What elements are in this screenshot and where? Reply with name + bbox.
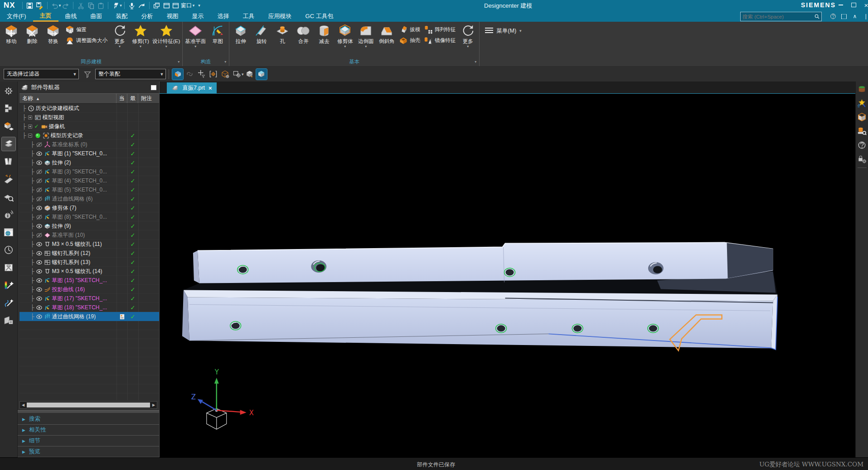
rail-utilities-button[interactable] xyxy=(857,125,868,136)
tree-row[interactable]: ├✓摄像机 xyxy=(19,122,159,131)
menu-item-视图[interactable]: 视图 xyxy=(160,11,185,22)
tree-row[interactable]: ├草图 (18) "SKETCH_...✓ xyxy=(19,303,159,312)
region-select-button[interactable] xyxy=(231,69,242,80)
help-icon[interactable] xyxy=(829,12,838,21)
section-预览[interactable]: ▶预览 xyxy=(18,446,159,457)
tab-part[interactable]: 直振7.prt × xyxy=(167,82,217,93)
scroll-left-icon[interactable]: ◀ xyxy=(20,402,26,408)
expand-icon[interactable] xyxy=(28,115,33,120)
ribbon-button-替换[interactable]: 替换 xyxy=(43,23,63,45)
menu-item-GC 工具包[interactable]: GC 工具包 xyxy=(299,11,340,22)
visible-eye-icon[interactable] xyxy=(36,286,43,293)
visible-eye-icon[interactable] xyxy=(36,150,43,157)
3d-viewport[interactable]: Y X Z xyxy=(160,93,855,457)
hidden-eye-icon[interactable] xyxy=(36,168,43,175)
tree-row-name[interactable]: ├螺钉孔系列 (13) xyxy=(19,258,116,267)
visible-eye-icon[interactable] xyxy=(36,313,43,320)
ribbon-button-抽壳[interactable]: 抽壳 xyxy=(397,35,422,46)
ribbon-button-移动[interactable]: 移动 xyxy=(1,23,22,45)
column-current[interactable]: 当 xyxy=(116,94,127,103)
ribbon-button-拉伸[interactable]: 拉伸 xyxy=(230,23,251,45)
rail-history-palette-button[interactable] xyxy=(2,243,15,257)
tree-row-name[interactable]: ├✓摄像机 xyxy=(19,122,116,131)
tree-row-name[interactable]: ├拉伸 (2) xyxy=(19,158,116,167)
tree-row-name[interactable]: ├草图 (1) "SKETCH_0... xyxy=(19,149,116,158)
hidden-eye-icon[interactable] xyxy=(36,177,43,184)
tree-row[interactable]: ├通过曲线网格 (19)✓ xyxy=(19,312,159,321)
tree-row-name[interactable]: ├M3 × 0.5 螺纹孔 (11) xyxy=(19,240,116,249)
tree-row-name[interactable]: ├通过曲线网格 (19) xyxy=(19,312,116,321)
panel-dock-button[interactable] xyxy=(151,85,156,90)
rail-settings-button[interactable] xyxy=(2,84,15,98)
save-as-button[interactable] xyxy=(35,1,45,10)
scrollbar-thumb[interactable] xyxy=(27,403,150,408)
minimize-ribbon-icon[interactable]: ∧ xyxy=(850,12,859,21)
selection-chain-button[interactable] xyxy=(184,69,195,80)
minimize-button[interactable] xyxy=(835,0,847,10)
ribbon-button-调整圆角大小[interactable]: 调整圆角大小 xyxy=(63,35,109,46)
menu-item-曲线[interactable]: 曲线 xyxy=(58,11,84,22)
ribbon-group-label[interactable]: 基本▾ xyxy=(230,58,478,66)
menu-item-应用模块[interactable]: 应用模块 xyxy=(262,11,299,22)
visible-eye-icon[interactable] xyxy=(36,241,43,248)
section-细节[interactable]: ▶细节 xyxy=(18,436,159,446)
tree-row-name[interactable]: ├历史记录建模模式 xyxy=(19,104,116,113)
visible-eye-icon[interactable] xyxy=(36,259,43,266)
selection-scope-dropdown[interactable]: 整个装配 ▼ xyxy=(95,69,166,79)
ribbon-button-设计特征(E)[interactable]: 设计特征(E)▾ xyxy=(151,23,181,49)
ribbon-button-合并[interactable]: 合并 xyxy=(293,23,314,45)
tree-row-name[interactable]: ├修剪体 (7) xyxy=(19,203,116,212)
window-menu[interactable]: 窗口 ▾ xyxy=(172,2,195,10)
move-filter-button[interactable] xyxy=(196,69,207,80)
visible-eye-icon[interactable] xyxy=(36,277,43,284)
tree-row-name[interactable]: ├模型历史记录 xyxy=(19,131,116,140)
tree-row[interactable]: ├投影曲线 (16)✓ xyxy=(19,285,159,294)
tree-row[interactable]: ├草图 (4) "SKETCH_0...✓ xyxy=(19,176,159,185)
visible-eye-icon[interactable] xyxy=(36,268,43,275)
rail-measure-tools-button[interactable] xyxy=(2,173,15,186)
ribbon-button-偏置[interactable]: 偏置 xyxy=(63,24,109,35)
tree-row[interactable]: ├通过曲线网格 (6)✓ xyxy=(19,194,159,203)
tab-close-icon[interactable]: × xyxy=(209,85,212,91)
tree-row-name[interactable]: ├草图 (8) "SKETCH_0... xyxy=(19,212,116,221)
visible-eye-icon[interactable] xyxy=(36,159,43,166)
expand-icon[interactable] xyxy=(28,124,33,129)
menu-item-工具[interactable]: 工具 xyxy=(236,11,262,22)
tree-row[interactable]: ├草图 (8) "SKETCH_0...✓ xyxy=(19,212,159,221)
ribbon-button-镜像特征[interactable]: 镜像特征 xyxy=(422,35,457,46)
copy-button[interactable] xyxy=(86,1,96,10)
group-select-button[interactable] xyxy=(208,69,218,80)
rail-process-tools-button[interactable] xyxy=(2,261,15,274)
visible-eye-icon[interactable] xyxy=(36,223,43,230)
column-latest[interactable]: 最 xyxy=(127,94,138,103)
tree-row-name[interactable]: ├拉伸 (9) xyxy=(19,221,116,230)
rail-visual-effects-button[interactable] xyxy=(2,278,15,292)
rail-roles-button[interactable] xyxy=(857,83,868,94)
tree-row-name[interactable]: ├模型视图 xyxy=(19,113,116,122)
tree-row-name[interactable]: ├基准坐标系 (0) xyxy=(19,140,116,149)
rail-reuse-library-button[interactable] xyxy=(2,155,15,168)
visible-eye-icon[interactable] xyxy=(36,304,43,311)
tree-row[interactable]: ├草图 (15) "SKETCH_...✓ xyxy=(19,276,159,285)
tree-row[interactable]: ├M3 × 0.5 螺纹孔 (11)✓ xyxy=(19,240,159,249)
tree-row[interactable]: ├草图 (5) "SKETCH_0...✓ xyxy=(19,185,159,194)
hidden-eye-icon[interactable] xyxy=(36,232,43,239)
upper-rail[interactable] xyxy=(198,243,773,283)
hidden-eye-icon[interactable] xyxy=(36,214,43,221)
menu-item-分析[interactable]: 分析 xyxy=(135,11,160,22)
tree-row-name[interactable]: ├投影曲线 (16) xyxy=(19,285,116,294)
wireframe-view-button[interactable] xyxy=(244,69,255,80)
tree-row-name[interactable]: ├草图 (3) "SKETCH_0... xyxy=(19,167,116,176)
collapse-icon[interactable] xyxy=(28,133,33,138)
horizontal-scrollbar[interactable]: ◀ ▶ xyxy=(19,401,157,409)
tree-row[interactable]: ├基准平面 (10)✓ xyxy=(19,230,159,240)
rail-help-button[interactable] xyxy=(857,139,868,150)
tree-row-name[interactable]: ├通过曲线网格 (6) xyxy=(19,194,116,203)
menu-item-文件(F)[interactable]: 文件(F) xyxy=(0,11,33,22)
ribbon-button-阵列特征[interactable]: 阵列特征 xyxy=(422,24,457,35)
tree-row[interactable]: ├修剪体 (7)✓ xyxy=(19,203,159,212)
section-相关性[interactable]: ▶相关性 xyxy=(18,425,159,436)
window-new-button[interactable] xyxy=(162,1,172,10)
tree-row-name[interactable]: ├草图 (4) "SKETCH_0... xyxy=(19,176,116,185)
ribbon-group-label[interactable]: 构造▾ xyxy=(184,58,228,66)
